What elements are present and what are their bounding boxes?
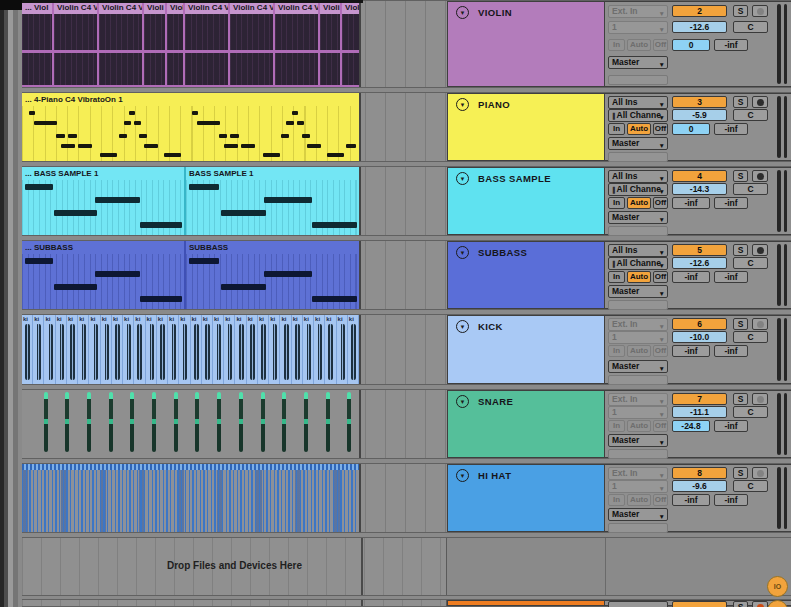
pan-knob[interactable]: C xyxy=(733,109,768,121)
input-routing-dropdown[interactable]: Ext. In▼ xyxy=(608,467,668,480)
send-b-value[interactable]: -inf xyxy=(714,345,748,357)
audio-clip[interactable]: ki xyxy=(191,315,202,384)
io-section-toggle[interactable]: IO xyxy=(767,576,788,597)
midi-clip[interactable]: SUBBASS xyxy=(186,241,361,309)
waveform-hit[interactable] xyxy=(65,392,69,452)
audio-clip[interactable]: ki xyxy=(44,315,55,384)
midi-clip[interactable]: Violin C4 V xyxy=(54,1,99,87)
volume-value[interactable]: -12.6 xyxy=(672,21,727,33)
waveform-hit[interactable] xyxy=(109,392,113,452)
waveform-hit[interactable] xyxy=(130,392,134,452)
audio-clip[interactable]: ki xyxy=(325,315,336,384)
monitor-off-button[interactable]: Off xyxy=(653,271,668,283)
send-a-value[interactable]: -inf xyxy=(672,494,710,506)
send-a-value[interactable]: -inf xyxy=(672,197,710,209)
track-number-activator[interactable]: 6 xyxy=(672,318,727,330)
solo-button[interactable]: S xyxy=(733,318,748,330)
input-channel-dropdown[interactable]: 1▼ xyxy=(608,480,668,493)
input-channel-dropdown[interactable]: ∥All Channe▼ xyxy=(608,109,668,122)
audio-clip[interactable]: ki xyxy=(101,315,112,384)
arm-record-button[interactable] xyxy=(752,244,768,256)
waveform-hit[interactable] xyxy=(282,392,286,452)
midi-clip[interactable]: ... SUBBASS xyxy=(22,241,186,309)
monitor-in-button[interactable]: In xyxy=(608,197,625,209)
solo-button[interactable]: S xyxy=(733,170,748,182)
track-number-activator[interactable]: 2 xyxy=(672,5,727,17)
audio-clip[interactable]: ki xyxy=(56,315,67,384)
waveform-hit[interactable] xyxy=(304,392,308,452)
monitor-in-button[interactable]: In xyxy=(608,345,625,357)
send-b-value[interactable]: -inf xyxy=(714,39,748,51)
waveform-hit[interactable] xyxy=(174,392,178,452)
audio-clip[interactable]: ki xyxy=(67,315,78,384)
monitor-auto-button[interactable]: Auto xyxy=(627,271,651,283)
arm-record-button[interactable] xyxy=(752,170,768,182)
output-routing-dropdown[interactable]: Master▼ xyxy=(608,211,668,224)
waveform-hit[interactable] xyxy=(217,392,221,452)
waveform-hit[interactable] xyxy=(195,392,199,452)
audio-clip[interactable]: ki xyxy=(292,315,303,384)
pan-knob[interactable]: C xyxy=(733,183,768,195)
track-header[interactable]: ▼PIANO xyxy=(447,93,605,161)
send-b-value[interactable]: -inf xyxy=(714,123,748,135)
input-channel-dropdown[interactable]: 1▼ xyxy=(608,21,668,34)
fold-arrow-icon[interactable]: ▼ xyxy=(456,6,469,19)
track-number-activator[interactable]: 3 xyxy=(672,96,727,108)
audio-clip[interactable]: ki xyxy=(224,315,235,384)
audio-clip[interactable]: ki xyxy=(134,315,145,384)
monitor-auto-button[interactable]: Auto xyxy=(627,345,651,357)
input-channel-dropdown[interactable]: ∥All Channe▼ xyxy=(608,183,668,196)
output-routing-dropdown[interactable]: Master▼ xyxy=(608,56,668,69)
output-routing-dropdown[interactable]: Master▼ xyxy=(608,137,668,150)
pan-knob[interactable]: C xyxy=(733,21,768,33)
track-number-activator[interactable] xyxy=(672,601,727,607)
input-channel-dropdown[interactable]: 1▼ xyxy=(608,331,668,344)
monitor-in-button[interactable]: In xyxy=(608,494,625,506)
send-b-value[interactable]: -inf xyxy=(714,494,748,506)
input-routing-dropdown[interactable]: All Ins▼ xyxy=(608,170,668,183)
monitor-off-button[interactable]: Off xyxy=(653,345,668,357)
input-routing-dropdown[interactable]: All Ins▼ xyxy=(608,96,668,109)
fold-arrow-icon[interactable]: ▼ xyxy=(456,469,469,482)
monitor-auto-button[interactable]: Auto xyxy=(627,494,651,506)
midi-clip[interactable]: Violi xyxy=(320,1,342,87)
monitor-in-button[interactable]: In xyxy=(608,420,625,432)
audio-clip[interactable]: ki xyxy=(247,315,258,384)
output-routing-dropdown[interactable]: Master▼ xyxy=(608,434,668,447)
send-a-value[interactable]: 0 xyxy=(672,123,710,135)
fold-arrow-icon[interactable]: ▼ xyxy=(456,395,469,408)
audio-clip[interactable]: ki xyxy=(269,315,280,384)
fold-arrow-icon[interactable]: ▼ xyxy=(456,246,469,259)
input-channel-dropdown[interactable]: ∥All Channe▼ xyxy=(608,257,668,270)
waveform-hit[interactable] xyxy=(87,392,91,452)
midi-clip[interactable]: Violin C4 V xyxy=(275,1,320,87)
output-routing-dropdown[interactable]: Master▼ xyxy=(608,508,668,521)
volume-value[interactable]: -14.3 xyxy=(672,183,727,195)
audio-clip[interactable]: ki xyxy=(337,315,348,384)
monitor-auto-button[interactable]: Auto xyxy=(627,197,651,209)
audio-clip[interactable]: ki xyxy=(33,315,44,384)
audio-clip[interactable]: ki xyxy=(258,315,269,384)
send-a-value[interactable]: -inf xyxy=(672,345,710,357)
track-header[interactable]: ▼A-P... xyxy=(447,600,605,606)
input-routing-dropdown[interactable]: All Ins▼ xyxy=(608,244,668,257)
send-b-value[interactable]: -inf xyxy=(714,271,748,283)
midi-clip[interactable]: Violin C4 V xyxy=(185,1,230,87)
midi-clip[interactable]: BASS SAMPLE 1 xyxy=(186,167,361,235)
track-header[interactable]: ▼BASS SAMPLE xyxy=(447,167,605,235)
volume-value[interactable]: -9.6 xyxy=(672,480,727,492)
output-routing-dropdown[interactable]: Master▼ xyxy=(608,360,668,373)
volume-value[interactable]: -10.0 xyxy=(672,331,727,343)
arm-record-button[interactable] xyxy=(752,393,768,405)
solo-button[interactable]: S xyxy=(733,467,748,479)
midi-clip[interactable]: Violi xyxy=(342,1,361,87)
monitor-auto-button[interactable]: Auto xyxy=(627,39,651,51)
audio-clip[interactable]: ki xyxy=(89,315,100,384)
midi-clip[interactable]: Violin C4 V xyxy=(230,1,275,87)
midi-clip[interactable]: ... BASS SAMPLE 1 xyxy=(22,167,186,235)
monitor-auto-button[interactable]: Auto xyxy=(627,420,651,432)
audio-clip[interactable]: ki xyxy=(235,315,246,384)
track-number-activator[interactable]: 7 xyxy=(672,393,727,405)
monitor-off-button[interactable]: Off xyxy=(653,197,668,209)
pan-knob[interactable]: C xyxy=(733,257,768,269)
